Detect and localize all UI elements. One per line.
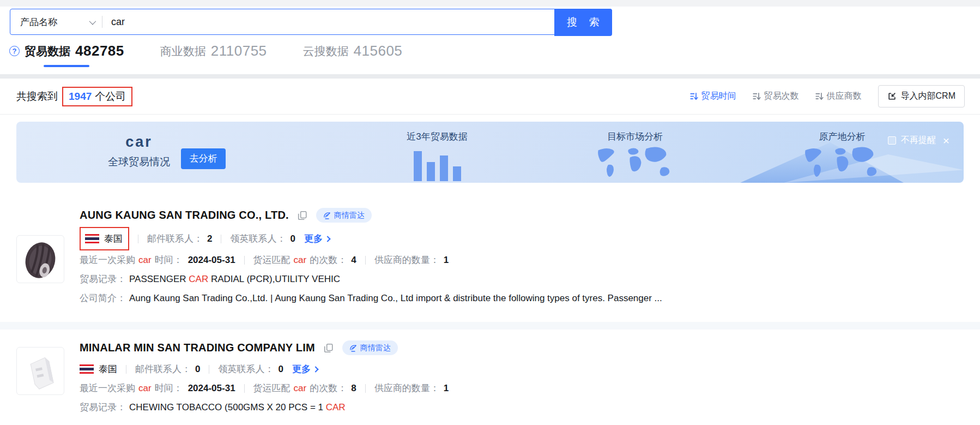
tab-cloud-search-data[interactable]: 云搜数据 415605: [303, 43, 403, 59]
product-image-box[interactable]: [16, 347, 64, 395]
supplier-label: 供应商的数量：: [374, 379, 439, 398]
purchase-mid: 时间：: [155, 379, 183, 398]
trade-record-row: 贸易记录： CHEWING TOBACCO (500GMS X 20 PCS =…: [80, 398, 964, 417]
intro-text: Aung Kaung San Trading Co.,Ltd. | Aung K…: [129, 289, 662, 308]
results-toolbar: 贸易时间 贸易次数 供应商数: [690, 85, 965, 107]
feature-chart-label: 近3年贸易数据: [388, 130, 486, 143]
world-map-icon: [795, 145, 890, 180]
banner-keyword: car: [108, 134, 170, 151]
world-map-icon: [588, 145, 683, 180]
page-top-strip: [0, 0, 980, 7]
close-icon[interactable]: ×: [943, 136, 949, 145]
record-label: 贸易记录：: [80, 270, 126, 289]
sort-trade-count[interactable]: 贸易次数: [753, 91, 799, 102]
product-image-tire[interactable]: [16, 235, 64, 283]
copy-icon[interactable]: [298, 211, 307, 220]
tab-label: 贸易数据: [25, 44, 70, 59]
keyword-highlight: car: [138, 379, 152, 398]
question-circle-icon[interactable]: ?: [9, 46, 20, 56]
freight-prefix: 货运匹配: [253, 250, 291, 270]
trade-analysis-banner: car 全球贸易情况 去分析 近3年贸易数据 目标市场分析 原产地分析: [16, 122, 964, 183]
analyze-button[interactable]: 去分析: [181, 148, 226, 169]
banner-subtitle: 全球贸易情况: [108, 155, 170, 169]
sort-label: 供应商数: [827, 91, 862, 102]
tab-count: 482785: [75, 43, 124, 59]
found-prefix: 共搜索到: [16, 89, 58, 104]
white-product-image: [19, 349, 62, 393]
sort-descending-icon: [815, 92, 824, 100]
company-name[interactable]: AUNG KAUNG SAN TRADING CO., LTD.: [80, 209, 289, 222]
freight-mid: 的次数：: [310, 250, 347, 270]
company-card: MINALAR MIN SAN TRADING COMPANY LIM: [0, 330, 980, 417]
search-bar-row: 产品名称 搜 索: [0, 7, 980, 35]
annotation-red-box-country: 泰国: [80, 227, 129, 250]
bar-chart-icon: [388, 148, 486, 181]
chevron-right-icon: [312, 366, 318, 372]
company-meta-row: 泰国 邮件联系人： 2 领英联系人： 0 更多: [80, 227, 964, 250]
divider: [138, 235, 138, 243]
tab-count: 2110755: [211, 43, 267, 59]
email-contacts-count: 2: [207, 229, 212, 248]
supplier-count: 1: [444, 379, 449, 398]
keyword-highlight: car: [138, 250, 152, 270]
banner-dismiss-group: 不再提醒 ×: [888, 135, 949, 146]
divider: [221, 235, 221, 243]
more-link[interactable]: 更多: [304, 229, 330, 248]
search-category-dropdown[interactable]: 产品名称: [10, 9, 102, 34]
tab-trade-data[interactable]: ? 贸易数据 482785: [9, 43, 124, 67]
email-contacts-count: 0: [195, 360, 200, 379]
sort-descending-icon: [753, 92, 761, 100]
purchase-info-row: 最近一次采购 car 时间： 2024-05-31 货运匹配 car 的次数： …: [80, 379, 964, 398]
search-button[interactable]: 搜 索: [554, 9, 612, 36]
company-name[interactable]: MINALAR MIN SAN TRADING COMPANY LIM: [80, 342, 315, 354]
tab-business-data[interactable]: 商业数据 2110755: [160, 43, 267, 59]
product-thumbnail-column: [16, 208, 64, 308]
search-box: 产品名称 搜 索: [10, 9, 612, 35]
results-header: 共搜索到 1947 个公司 贸易时间 贸易次数: [0, 79, 980, 115]
card-separator: [0, 322, 980, 330]
import-crm-label: 导入内部CRM: [901, 91, 955, 102]
more-label: 更多: [292, 360, 311, 379]
more-link[interactable]: 更多: [292, 360, 318, 379]
feature-origin-label: 原产地分析: [785, 130, 899, 143]
import-crm-button[interactable]: 导入内部CRM: [878, 85, 965, 107]
record-pre: CHEWING TOBACCO (500GMS X 20 PCS = 1: [129, 398, 326, 417]
business-radar-badge[interactable]: 商情雷达: [342, 340, 398, 355]
feature-target-market: 目标市场分析: [578, 130, 692, 183]
purchase-prefix: 最近一次采购: [80, 379, 135, 398]
supplier-label: 供应商的数量：: [374, 250, 439, 270]
dont-remind-checkbox[interactable]: [888, 136, 896, 145]
dont-remind-label: 不再提醒: [901, 135, 936, 146]
tab-label: 云搜数据: [303, 44, 349, 59]
search-category-label: 产品名称: [20, 16, 57, 28]
radar-badge-label: 商情雷达: [360, 343, 391, 353]
sort-trade-time[interactable]: 贸易时间: [690, 91, 736, 102]
annotation-red-box-count: 1947 个公司: [62, 87, 132, 106]
chevron-down-icon: [89, 17, 96, 25]
thailand-flag-icon: [80, 364, 94, 374]
divider: [365, 256, 366, 265]
country-name: 泰国: [104, 229, 123, 248]
feature-market-label: 目标市场分析: [578, 130, 692, 143]
more-label: 更多: [304, 229, 323, 248]
record-label: 贸易记录：: [80, 398, 126, 417]
thailand-flag-icon: [85, 234, 99, 243]
sort-supplier-count[interactable]: 供应商数: [815, 91, 862, 102]
search-input[interactable]: [102, 9, 554, 34]
trade-record-row: 贸易记录： PASSENGER CAR RADIAL (PCR),UTILITY…: [80, 270, 964, 289]
tire-image: [19, 237, 62, 281]
business-radar-badge[interactable]: 商情雷达: [316, 208, 372, 223]
company-card: AUNG KAUNG SAN TRADING CO., LTD.: [0, 183, 980, 322]
linkedin-contacts-count: 0: [290, 229, 295, 248]
product-thumbnail-column: [16, 340, 64, 417]
company-content: MINALAR MIN SAN TRADING COMPANY LIM: [80, 340, 964, 417]
chevron-right-icon: [324, 236, 330, 242]
divider: [209, 365, 209, 374]
country-group: 泰国: [80, 360, 117, 379]
record-keyword: CAR: [189, 270, 208, 289]
supplier-count: 1: [444, 250, 449, 270]
copy-icon[interactable]: [324, 343, 334, 353]
intro-label: 公司简介：: [80, 289, 126, 308]
company-count: 1947: [69, 91, 92, 103]
purchase-date: 2024-05-31: [188, 250, 235, 270]
